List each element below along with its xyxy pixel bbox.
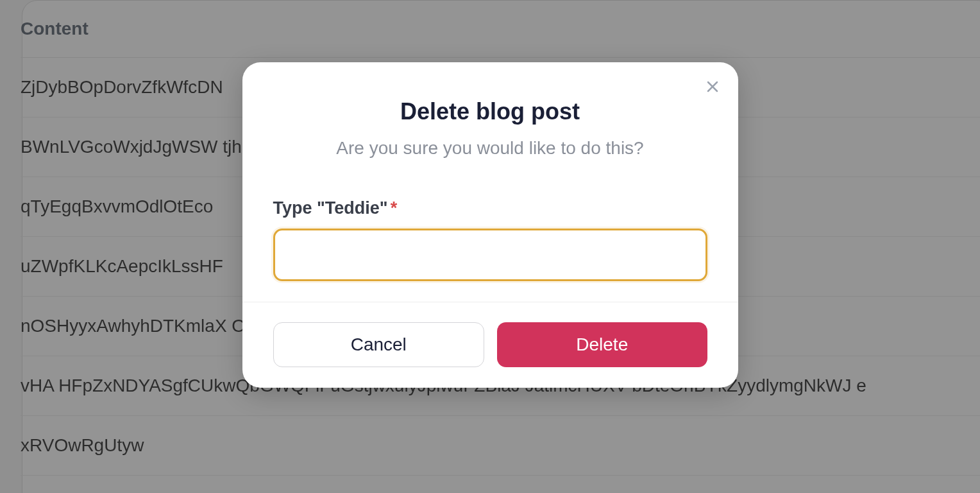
input-label-text: Type "Teddie" — [273, 198, 388, 218]
modal-footer: Cancel Delete — [242, 302, 738, 388]
cancel-button[interactable]: Cancel — [273, 322, 485, 367]
modal-title: Delete blog post — [273, 98, 707, 125]
confirm-input-label: Type "Teddie"* — [273, 198, 707, 218]
delete-confirmation-modal: Delete blog post Are you sure you would … — [242, 62, 738, 388]
close-icon — [705, 79, 720, 94]
modal-header: Delete blog post Are you sure you would … — [242, 62, 738, 165]
modal-body: Type "Teddie"* — [242, 165, 738, 302]
required-asterisk: * — [391, 198, 398, 218]
modal-subtitle: Are you sure you would like to do this? — [273, 138, 707, 159]
delete-button[interactable]: Delete — [497, 322, 707, 367]
confirm-input[interactable] — [273, 229, 707, 281]
modal-overlay: Delete blog post Are you sure you would … — [0, 0, 980, 493]
close-button[interactable] — [702, 76, 723, 97]
